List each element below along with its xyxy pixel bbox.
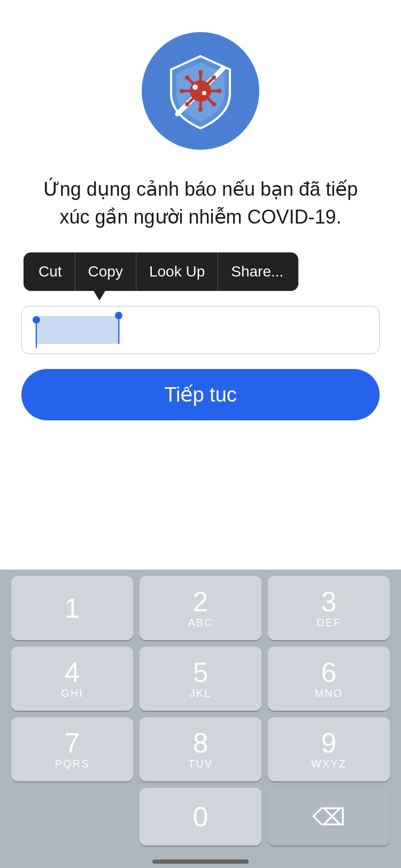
- svg-point-3: [202, 91, 206, 95]
- keyboard-row-2: 4 GHI 5 JKL 6 MNO: [4, 647, 397, 711]
- key-9[interactable]: 9 WXYZ: [268, 717, 390, 781]
- key-2[interactable]: 2 ABC: [140, 576, 261, 640]
- svg-point-7: [198, 107, 203, 112]
- numeric-keyboard: 1 2 ABC 3 DEF 4 GHI 5 JKL 6 MNO 7 PQRS: [0, 570, 401, 850]
- top-content: Ứng dụng cảnh báo nếu bạn đã tiếp xúc gầ…: [0, 0, 401, 252]
- keyboard-row-bottom: 0 ⌫: [4, 788, 397, 846]
- svg-point-19: [185, 102, 189, 106]
- key-3-letters: DEF: [317, 617, 341, 629]
- key-7[interactable]: 7 PQRS: [11, 717, 133, 781]
- key-0-number: 0: [193, 803, 209, 831]
- key-9-letters: WXYZ: [311, 758, 346, 770]
- context-menu-share[interactable]: Share...: [218, 252, 296, 291]
- phone-input-container[interactable]: [21, 306, 380, 354]
- key-delete[interactable]: ⌫: [268, 788, 390, 846]
- key-1[interactable]: 1: [11, 576, 133, 640]
- home-indicator: [0, 850, 401, 868]
- input-row: [0, 306, 401, 354]
- app-description: Ứng dụng cảnh báo nếu bạn đã tiếp xúc gầ…: [27, 175, 374, 231]
- key-1-number: 1: [65, 594, 80, 622]
- context-menu-copy[interactable]: Copy: [75, 252, 136, 291]
- key-8-letters: TUV: [188, 758, 213, 770]
- svg-point-2: [192, 85, 198, 90]
- keyboard-row-1: 1 2 ABC 3 DEF: [4, 576, 397, 640]
- key-4-letters: GHI: [61, 687, 83, 700]
- button-row: Tiếp tuc: [0, 354, 401, 420]
- svg-point-9: [180, 89, 184, 93]
- context-menu-wrapper: Cut Copy Look Up Share...: [0, 252, 401, 291]
- svg-point-15: [212, 102, 216, 106]
- home-bar: [152, 859, 249, 864]
- key-5-letters: JKL: [190, 687, 211, 700]
- context-menu-lookup[interactable]: Look Up: [136, 252, 218, 291]
- key-8[interactable]: 8 TUV: [140, 717, 261, 781]
- key-3[interactable]: 3 DEF: [268, 576, 390, 640]
- key-8-number: 8: [193, 729, 209, 757]
- key-5[interactable]: 5 JKL: [140, 647, 261, 711]
- key-7-number: 7: [65, 729, 80, 757]
- delete-icon: ⌫: [312, 803, 345, 831]
- key-4-number: 4: [65, 658, 80, 686]
- continue-button[interactable]: Tiếp tuc: [21, 369, 380, 420]
- key-2-letters: ABC: [188, 617, 213, 629]
- keyboard-row-3: 7 PQRS 8 TUV 9 WXYZ: [4, 717, 397, 781]
- key-9-number: 9: [321, 729, 337, 757]
- key-7-letters: PQRS: [55, 758, 90, 770]
- svg-point-5: [198, 70, 203, 74]
- app-icon: [142, 32, 259, 150]
- key-6[interactable]: 6 MNO: [268, 647, 390, 711]
- key-6-number: 6: [321, 658, 337, 686]
- key-6-letters: MNO: [315, 687, 343, 700]
- context-menu: Cut Copy Look Up Share...: [24, 252, 298, 291]
- context-menu-cut[interactable]: Cut: [26, 252, 75, 291]
- key-4[interactable]: 4 GHI: [11, 647, 133, 711]
- key-5-number: 5: [193, 658, 209, 686]
- text-selection-highlight: [35, 316, 120, 344]
- key-0[interactable]: 0: [140, 788, 261, 846]
- svg-point-13: [185, 75, 189, 80]
- key-3-number: 3: [321, 588, 337, 616]
- svg-point-11: [217, 89, 221, 93]
- svg-point-17: [212, 75, 216, 80]
- key-2-number: 2: [193, 588, 209, 616]
